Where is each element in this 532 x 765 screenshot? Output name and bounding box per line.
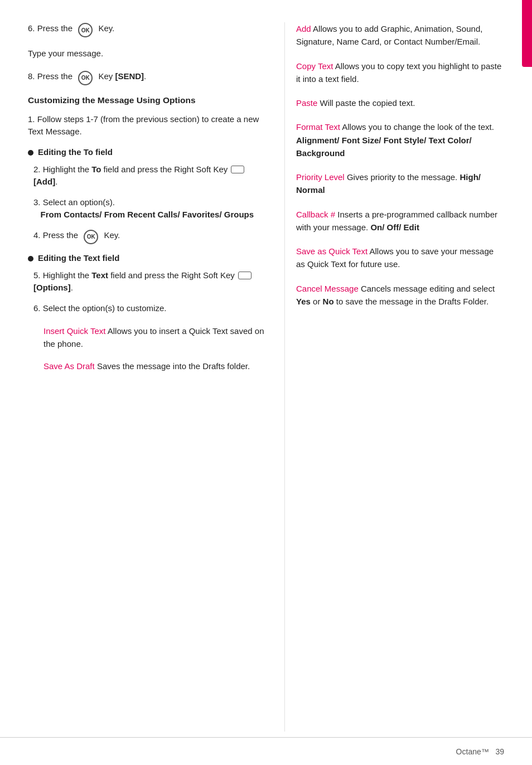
right-opt-savequick-title: Save as Quick Text xyxy=(296,246,367,256)
ok-icon-step6: OK xyxy=(78,23,93,37)
footer-brand: Octane™ 39 xyxy=(456,747,504,756)
to-step-4-suffix: Key. xyxy=(101,229,120,242)
option-save-as-draft: Save As Draft Saves the message into the… xyxy=(43,360,268,372)
to-step-4: 4. Press the OK Key. xyxy=(33,229,268,244)
bullet-to-label: Editing the To field xyxy=(38,147,113,157)
to-step-4-prefix: 4. Press the xyxy=(33,229,80,242)
right-opt-add-desc: Allows you to add Graphic, Animation, So… xyxy=(296,24,482,46)
soft-key-icon-options xyxy=(238,272,252,279)
ok-icon-step4: OK xyxy=(84,230,98,244)
option-draft-title: Save As Draft xyxy=(43,361,95,371)
right-option-priority: Priority Level Gives priority to the mes… xyxy=(296,171,504,197)
right-opt-priority-desc: Gives priority to the message. xyxy=(347,172,460,182)
bullet-text-label: Editing the Text field xyxy=(38,253,119,263)
to-step-2: 2. Highlight the To field and press the … xyxy=(33,163,268,188)
right-opt-format-desc: Allows you to change the look of the tex… xyxy=(342,122,494,132)
step-8: 8. Press the OK Key [SEND]. xyxy=(28,70,268,85)
right-option-paste: Paste Will paste the copied text. xyxy=(296,96,504,109)
option-draft-desc: Saves the message into the Drafts folder… xyxy=(97,361,250,371)
right-column: Add Allows you to add Graphic, Animation… xyxy=(284,22,504,732)
section-step-1-text: 1. Follow steps 1-7 (from the previous s… xyxy=(28,114,259,137)
step-8-suffix: Key [SEND]. xyxy=(96,70,146,83)
right-opt-add-title: Add xyxy=(296,24,311,33)
right-option-copy-text: Copy Text Allows you to copy text you hi… xyxy=(296,60,504,86)
bullet-dot-to xyxy=(28,150,33,156)
page-number: 39 xyxy=(495,747,504,756)
right-opt-cancel-title: Cancel Message xyxy=(296,284,359,293)
pink-tab-decoration xyxy=(522,0,532,67)
right-opt-paste-title: Paste xyxy=(296,98,317,108)
right-option-add: Add Allows you to add Graphic, Animation… xyxy=(296,22,504,49)
tf-step-6: 6. Select the option(s) to customize. xyxy=(33,302,268,315)
bullet-dot-text xyxy=(28,256,33,262)
right-option-save-quick-text: Save as Quick Text Allows you to save yo… xyxy=(296,245,504,271)
step-7: Type your message. xyxy=(28,47,268,60)
right-opt-format-detail: Alignment/ Font Size/ Font Style/ Text C… xyxy=(296,135,472,158)
right-option-callback: Callback # Inserts a pre-programmed call… xyxy=(296,208,504,234)
step-6: 6. Press the OK Key. xyxy=(28,22,268,37)
step-8-prefix: 8. Press the xyxy=(28,70,75,83)
step-6-text-after: Key. xyxy=(96,22,114,35)
footer: Octane™ 39 xyxy=(0,737,532,765)
to-step-3: 3. Select an option(s). From Contacts/ F… xyxy=(33,196,268,221)
right-option-format-text: Format Text Allows you to change the loo… xyxy=(296,120,504,159)
option-insert-quick-text: Insert Quick Text Allows you to insert a… xyxy=(43,325,268,351)
soft-key-icon-add xyxy=(231,166,244,173)
ok-icon-step8: OK xyxy=(78,71,93,85)
right-opt-priority-title: Priority Level xyxy=(296,172,345,182)
option-insert-title: Insert Quick Text xyxy=(43,326,105,336)
brand-name: Octane™ xyxy=(456,747,489,756)
tf-step-5: 5. Highlight the Text field and press th… xyxy=(33,269,268,294)
right-opt-paste-desc: Will paste the copied text. xyxy=(320,98,415,108)
right-option-cancel-message: Cancel Message Cancels message editing a… xyxy=(296,282,504,308)
right-opt-callback-title: Callback # xyxy=(296,210,335,219)
section-heading: Customizing the Message Using Options xyxy=(28,95,268,105)
right-opt-format-title: Format Text xyxy=(296,122,340,132)
bullet-editing-to-field: Editing the To field xyxy=(28,147,268,157)
bullet-editing-text-field: Editing the Text field xyxy=(28,253,268,263)
step-7-text: Type your message. xyxy=(28,49,103,58)
left-column: 6. Press the OK Key. Type your message. … xyxy=(28,22,284,732)
right-opt-copy-title: Copy Text xyxy=(296,61,333,71)
section-step-1: 1. Follow steps 1-7 (from the previous s… xyxy=(28,113,268,138)
step-6-number: 6. Press the xyxy=(28,22,75,35)
right-opt-callback-detail: On/ Off/ Edit xyxy=(370,222,419,232)
